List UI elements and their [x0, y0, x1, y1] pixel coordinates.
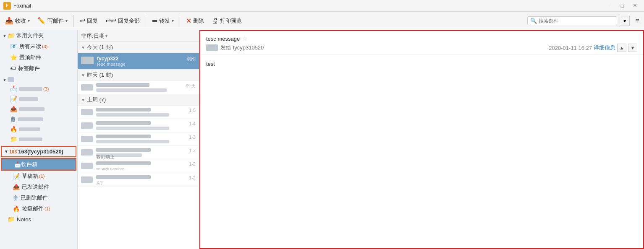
starred-label: 置顶邮件	[19, 54, 41, 61]
second-inbox-label-blur	[19, 87, 42, 91]
second-sent-icon: 📤	[10, 106, 17, 112]
list-view-button[interactable]: ≡	[632, 16, 642, 26]
delete-button[interactable]: ✕ 删除	[183, 15, 207, 26]
delete-icon: ✕	[186, 17, 191, 25]
forward-icon: ➡	[152, 17, 157, 25]
receive-button[interactable]: 📥 收收 ▾	[2, 15, 33, 26]
selected-email-subject: tesc message	[97, 62, 185, 67]
sort-arrow[interactable]: ▾	[105, 34, 107, 38]
earlier-group-header[interactable]: ▼ 上周 (7)	[78, 94, 199, 106]
second-account-sent[interactable]: 📤	[0, 104, 77, 114]
close-button[interactable]: ✕	[629, 1, 641, 10]
account-163-spam[interactable]: 🔥 垃圾邮件 (1)	[0, 203, 77, 214]
account-163-deleted[interactable]: 🗑 已删除邮件	[0, 192, 77, 203]
email-meta-right: 2020-01-11 16:27 详细信息 ▲ ▼	[549, 44, 637, 52]
sidebar-item-starred[interactable]: ⭐ 置顶邮件	[0, 52, 77, 63]
second-account-spam[interactable]: 🔥	[0, 124, 77, 134]
nav-prev-button[interactable]: ▲	[617, 44, 626, 52]
account-163-inbox-icon: 📩	[14, 161, 21, 168]
email-detail-header: tesc message ☆ 发给 fycyp310520 2020-01-11…	[200, 31, 643, 55]
blurred-email-item-3[interactable]: 1-4	[78, 119, 199, 132]
print-label: 打印预览	[220, 17, 242, 25]
reply-all-icon: ↩↩	[105, 17, 116, 25]
blurred-line2-4	[96, 140, 169, 143]
app-title: Foxmail	[13, 3, 31, 9]
reply-all-button[interactable]: ↩↩ 回复全部	[102, 15, 143, 26]
sidebar: ▼ 📁 常用文件夹 📧 所有未读 (3) ⭐ 置顶邮件 🏷 标签邮件 ▼ 📩 (…	[0, 30, 78, 249]
earlier-group-label: 上周 (7)	[87, 96, 106, 104]
today-chevron: ▼	[81, 45, 85, 50]
blurred-line2-2	[96, 113, 169, 117]
yesterday-group-header[interactable]: ▼ 昨天 (1 封)	[78, 70, 199, 81]
search-input[interactable]	[539, 18, 614, 24]
email-list-header: 非序:日期 ▾	[78, 30, 199, 42]
second-account-icon	[8, 77, 14, 82]
second-other-label-blur	[19, 137, 42, 141]
sort-label[interactable]: 非序:日期	[81, 32, 105, 40]
today-group-label: 今天 (1 封)	[87, 44, 113, 51]
compose-button[interactable]: ✏️ 写邮件 ▾	[34, 15, 71, 26]
detail-info-link[interactable]: 详细信息	[594, 44, 615, 52]
sidebar-item-tagged[interactable]: 🏷 标签邮件	[0, 63, 77, 74]
blurred-email-item-7[interactable]: 关于 1-2	[78, 173, 199, 187]
second-account-inbox[interactable]: 📩 (3)	[0, 84, 77, 94]
second-deleted-label-blur	[18, 117, 43, 121]
blurred-email-item-2[interactable]: 1-5	[78, 106, 199, 119]
reply-button[interactable]: ↩ 回复	[76, 15, 101, 26]
blurred-content-5: 客到期止	[96, 148, 187, 157]
blurred-time-4: 1-3	[189, 135, 196, 140]
account-163-header[interactable]: ▼ 163 163(fycyp310520)	[1, 146, 76, 157]
yesterday-group-label: 昨天 (1 封)	[87, 71, 113, 79]
nav-next-button[interactable]: ▼	[628, 44, 637, 52]
compose-icon: ✏️	[37, 17, 46, 25]
second-sent-label-blur	[19, 107, 45, 111]
second-inbox-icon: 📩	[10, 86, 17, 92]
blurred-content-1	[96, 83, 185, 92]
notes-label: Notes	[17, 216, 31, 223]
email-body-text: test	[206, 61, 215, 67]
account-163-deleted-icon: 🗑	[13, 195, 18, 201]
all-unread-label: 所有未读	[19, 43, 41, 50]
account-163-drafts[interactable]: 📝 草稿箱 (1)	[0, 171, 77, 182]
blurred-content-2	[96, 108, 187, 117]
title-bar-left: F Foxmail	[3, 2, 31, 10]
second-account-drafts[interactable]: 📝	[0, 94, 77, 104]
print-icon: 🖨	[212, 17, 218, 25]
account-163-inbox-label: 收件箱	[21, 161, 37, 168]
search-dropdown-button[interactable]: ▾	[620, 16, 630, 26]
print-button[interactable]: 🖨 打印预览	[208, 16, 245, 26]
second-spam-label-blur	[19, 127, 40, 131]
second-account-deleted[interactable]: 🗑	[0, 114, 77, 124]
account-163-sent[interactable]: 📤 已发送邮件	[0, 182, 77, 192]
blurred-email-item-6[interactable]: on Web Services 1-2	[78, 159, 199, 173]
account-163-spam-label: 垃圾邮件	[22, 205, 44, 213]
earlier-chevron: ▼	[81, 98, 85, 102]
second-account-other[interactable]: 📁	[0, 134, 77, 144]
common-folders-group[interactable]: ▼ 📁 常用文件夹	[0, 30, 77, 41]
star-icon[interactable]: ☆	[242, 35, 248, 42]
minimize-button[interactable]: ─	[604, 1, 615, 10]
divider1	[73, 15, 74, 27]
blurred-email-item-5[interactable]: 客到期止 1-2	[78, 146, 199, 159]
email-detail-title: tesc message ☆	[206, 35, 637, 42]
search-box[interactable]: 🔍	[527, 16, 617, 25]
email-detail-body: test	[200, 55, 643, 73]
window-controls: ─ □ ✕	[604, 1, 641, 10]
blurred-content-6: on Web Services	[96, 161, 187, 171]
selected-email-sender: fycyp322	[97, 56, 185, 62]
selected-email-item[interactable]: fycyp322 tesc message 刚刚	[78, 53, 199, 70]
account-163-sent-icon: 📤	[13, 184, 20, 190]
second-deleted-icon: 🗑	[10, 116, 16, 122]
forward-button[interactable]: ➡ 转发 ▾	[149, 15, 177, 26]
blurred-avatar-3	[81, 122, 93, 129]
blurred-email-item-4[interactable]: 1-3	[78, 132, 199, 146]
account-163-inbox[interactable]: 📩 收件箱	[1, 158, 76, 171]
reply-label: 回复	[87, 17, 98, 25]
selected-email-content: fycyp322 tesc message	[97, 56, 185, 67]
second-account-group[interactable]: ▼	[0, 75, 77, 84]
today-group-header[interactable]: ▼ 今天 (1 封)	[78, 42, 199, 53]
maximize-button[interactable]: □	[616, 1, 628, 10]
sidebar-item-all-unread[interactable]: 📧 所有未读 (3)	[0, 41, 77, 52]
blurred-email-item-1[interactable]: 昨天	[78, 81, 199, 94]
sidebar-item-notes[interactable]: 📁 Notes	[0, 214, 77, 224]
